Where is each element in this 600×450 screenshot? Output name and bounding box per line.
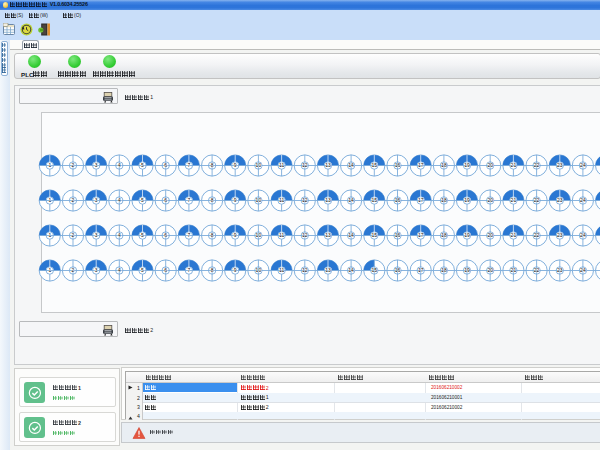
svg-text:22: 22 <box>534 267 540 273</box>
svg-text:16: 16 <box>395 267 401 273</box>
svg-text:7: 7 <box>188 162 191 168</box>
svg-text:10: 10 <box>256 267 262 273</box>
svg-text:12: 12 <box>302 197 308 203</box>
svg-text:4: 4 <box>118 267 121 273</box>
svg-text:6: 6 <box>164 197 167 203</box>
svg-text:4: 4 <box>118 162 121 168</box>
svg-text:21: 21 <box>511 197 517 203</box>
svg-text:9: 9 <box>234 162 237 168</box>
svg-text:13: 13 <box>325 232 331 238</box>
svg-text:24: 24 <box>580 197 586 203</box>
svg-text:15: 15 <box>372 267 378 273</box>
svg-text:4: 4 <box>118 232 121 238</box>
svg-text:2: 2 <box>72 197 75 203</box>
svg-text:19: 19 <box>464 267 470 273</box>
svg-text:2: 2 <box>72 267 75 273</box>
svg-text:20: 20 <box>487 197 493 203</box>
svg-text:8: 8 <box>211 267 214 273</box>
svg-text:12: 12 <box>302 232 308 238</box>
svg-text:17: 17 <box>418 267 424 273</box>
svg-text:9: 9 <box>234 232 237 238</box>
svg-text:12: 12 <box>302 267 308 273</box>
svg-text:21: 21 <box>511 267 517 273</box>
svg-text:14: 14 <box>348 267 354 273</box>
svg-text:1: 1 <box>48 197 51 203</box>
svg-text:7: 7 <box>188 197 191 203</box>
svg-text:8: 8 <box>211 197 214 203</box>
svg-text:24: 24 <box>580 267 586 273</box>
svg-text:1: 1 <box>48 267 51 273</box>
svg-text:5: 5 <box>141 162 144 168</box>
svg-text:24: 24 <box>580 162 586 168</box>
svg-text:16: 16 <box>395 232 401 238</box>
svg-text:18: 18 <box>441 162 447 168</box>
svg-text:21: 21 <box>511 232 517 238</box>
svg-text:19: 19 <box>464 232 470 238</box>
svg-text:20: 20 <box>487 267 493 273</box>
svg-text:5: 5 <box>141 232 144 238</box>
svg-text:13: 13 <box>325 162 331 168</box>
svg-text:20: 20 <box>487 232 493 238</box>
svg-text:14: 14 <box>348 197 354 203</box>
svg-text:19: 19 <box>464 162 470 168</box>
svg-text:15: 15 <box>372 162 378 168</box>
svg-text:2: 2 <box>72 162 75 168</box>
svg-text:11: 11 <box>279 162 284 168</box>
svg-text:17: 17 <box>418 232 424 238</box>
svg-text:15: 15 <box>372 232 378 238</box>
svg-text:6: 6 <box>164 162 167 168</box>
svg-text:14: 14 <box>348 232 354 238</box>
svg-text:23: 23 <box>557 267 563 273</box>
svg-text:16: 16 <box>395 197 401 203</box>
svg-text:14: 14 <box>348 162 354 168</box>
svg-text:8: 8 <box>211 162 214 168</box>
svg-text:11: 11 <box>279 267 284 273</box>
svg-text:10: 10 <box>256 232 262 238</box>
svg-text:22: 22 <box>534 197 540 203</box>
svg-text:23: 23 <box>557 197 563 203</box>
svg-text:4: 4 <box>118 197 121 203</box>
svg-text:5: 5 <box>141 197 144 203</box>
svg-text:20: 20 <box>487 162 493 168</box>
svg-text:5: 5 <box>141 267 144 273</box>
svg-text:11: 11 <box>279 232 284 238</box>
svg-text:22: 22 <box>534 162 540 168</box>
svg-text:10: 10 <box>256 197 262 203</box>
svg-text:17: 17 <box>418 162 424 168</box>
svg-text:3: 3 <box>95 197 98 203</box>
svg-text:7: 7 <box>188 267 191 273</box>
svg-text:11: 11 <box>279 197 284 203</box>
svg-text:2: 2 <box>72 232 75 238</box>
svg-text:12: 12 <box>302 162 308 168</box>
svg-text:18: 18 <box>441 197 447 203</box>
svg-text:3: 3 <box>95 232 98 238</box>
svg-text:9: 9 <box>234 267 237 273</box>
svg-text:1: 1 <box>48 232 51 238</box>
svg-text:10: 10 <box>256 162 262 168</box>
svg-text:24: 24 <box>580 232 586 238</box>
svg-text:7: 7 <box>188 232 191 238</box>
svg-text:23: 23 <box>557 162 563 168</box>
svg-text:23: 23 <box>557 232 563 238</box>
svg-text:3: 3 <box>95 162 98 168</box>
svg-text:21: 21 <box>511 162 517 168</box>
svg-text:8: 8 <box>211 232 214 238</box>
svg-text:3: 3 <box>95 267 98 273</box>
svg-text:22: 22 <box>534 232 540 238</box>
svg-text:9: 9 <box>234 197 237 203</box>
svg-text:18: 18 <box>441 232 447 238</box>
svg-text:6: 6 <box>164 232 167 238</box>
svg-text:13: 13 <box>325 267 331 273</box>
svg-text:15: 15 <box>372 197 378 203</box>
svg-text:6: 6 <box>164 267 167 273</box>
svg-text:18: 18 <box>441 267 447 273</box>
svg-text:1: 1 <box>48 162 51 168</box>
svg-text:13: 13 <box>325 197 331 203</box>
svg-text:17: 17 <box>418 197 424 203</box>
svg-text:19: 19 <box>464 197 470 203</box>
svg-text:16: 16 <box>395 162 401 168</box>
